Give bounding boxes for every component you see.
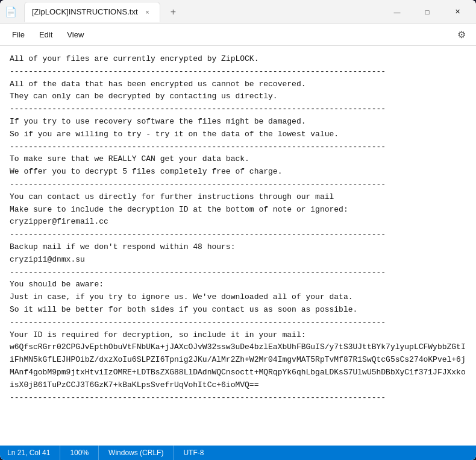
menu-items: File Edit View: [5, 28, 91, 42]
window-icon: 📄: [5, 6, 17, 18]
title-bar-left: 📄 [ZipLOCK]INSTRUCTIONS.txt × +: [5, 2, 182, 22]
edit-menu[interactable]: Edit: [32, 28, 60, 42]
close-tab-button[interactable]: ×: [143, 7, 152, 17]
line-endings: Windows (CRLF): [99, 446, 174, 460]
title-bar: 📄 [ZipLOCK]INSTRUCTIONS.txt × + — □ ✕: [0, 0, 476, 24]
minimize-button[interactable]: —: [383, 2, 411, 22]
new-tab-button[interactable]: +: [165, 4, 182, 20]
settings-icon[interactable]: ⚙: [452, 25, 471, 45]
close-button[interactable]: ✕: [443, 2, 471, 22]
notepad-window: 📄 [ZipLOCK]INSTRUCTIONS.txt × + — □ ✕ Fi…: [0, 0, 476, 460]
maximize-button[interactable]: □: [413, 2, 441, 22]
content-area[interactable]: All of your files are currently encrypte…: [0, 46, 476, 446]
encoding: UTF-8: [174, 446, 213, 460]
active-tab[interactable]: [ZipLOCK]INSTRUCTIONS.txt ×: [24, 2, 160, 22]
tab-title: [ZipLOCK]INSTRUCTIONS.txt: [32, 7, 138, 16]
view-menu[interactable]: View: [60, 28, 91, 42]
window-controls: — □ ✕: [383, 2, 471, 22]
menu-bar: File Edit View ⚙: [0, 24, 476, 46]
status-bar: Ln 21, Col 41 100% Windows (CRLF) UTF-8: [0, 446, 476, 460]
tabs-area: [ZipLOCK]INSTRUCTIONS.txt × +: [24, 2, 182, 22]
zoom-level: 100%: [60, 446, 99, 460]
cursor-position: Ln 21, Col 41: [7, 446, 60, 460]
file-menu[interactable]: File: [5, 28, 32, 42]
text-content: All of your files are currently encrypte…: [10, 53, 466, 404]
